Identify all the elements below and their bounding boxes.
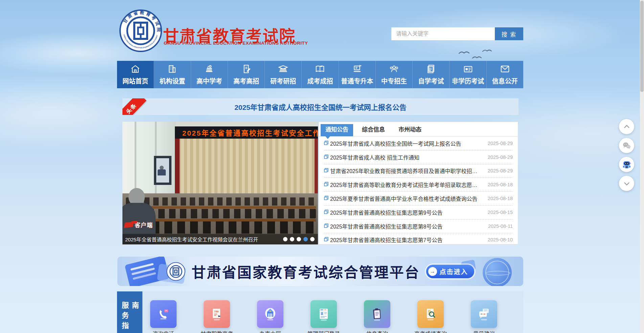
news-item[interactable]: 2025年甘肃省普通高校招生征集志愿第9号公告 2025-08-15 [324, 206, 513, 219]
carousel-caption: 2025年全省普通高校招生考试安全工作视频会议在兰州召开 [122, 236, 283, 243]
service-card-feedback[interactable] [471, 300, 497, 328]
banner-content: 甘肃省国家教育考试综合管理平台 → 点击进入 [117, 257, 523, 286]
svg-text:750: 750 [214, 310, 219, 313]
news-bullet-icon [324, 168, 330, 174]
nav-item-organization[interactable]: 机构设置 [154, 61, 191, 88]
nav-item-info-disclosure[interactable]: 信息公开 [487, 61, 523, 88]
document-pen-icon [241, 64, 251, 74]
nav-item-highschool-exam[interactable]: 高中学考 [191, 61, 228, 88]
page: 甘肃省教育考试院 GANSU PROVINCIAL EDUCATION EXAM… [0, 0, 644, 333]
photo-video-screen [154, 156, 171, 185]
carousel-dot[interactable] [303, 237, 308, 241]
arrow-icon: → [428, 267, 437, 276]
news-item[interactable]: 2025年甘肃省普通高校招生征集志愿第7号公告 2025-08-10 [324, 233, 513, 247]
nav-label: 高考高招 [233, 76, 259, 85]
news-item[interactable]: 2025年甘肃省成人高校招生全国统一考试网上报名公告 2025-08-29 [324, 137, 513, 150]
search-bar: 搜 索 [391, 27, 523, 40]
nav-item-upgrade-exam[interactable]: 普通专升本 [339, 61, 376, 88]
service-label: 高考成绩查询 [405, 329, 456, 333]
carousel-dot[interactable] [290, 237, 294, 241]
service-label: 意见建议 [459, 329, 509, 333]
nav-item-graduate-exam[interactable]: 研考研招 [265, 61, 302, 88]
service-label: 信息查询 [352, 329, 402, 333]
news-title: 2025年甘肃省成人高校招生全国统一考试网上报名公告 [330, 139, 485, 147]
service-card-info-query[interactable] [364, 300, 390, 328]
laptop-icon [352, 64, 362, 74]
book-cap-icon [315, 64, 325, 74]
news-bullet-icon [324, 182, 330, 188]
scrollbar-thumb[interactable] [640, 1, 644, 92]
news-item[interactable]: 2025年甘肃省成人高校 招生工作通知 2025-08-29 [324, 150, 513, 164]
nav-item-non-degree-exam[interactable]: 非学历考试 [450, 61, 486, 88]
news-date: 2025-08-29 [485, 141, 513, 146]
tab-city-news[interactable]: 市州动态 [394, 124, 426, 136]
scroll-down-button[interactable] [619, 176, 634, 191]
site-subtitle: GANSU PROVINCIAL EDUCATION EXAMINATIONS … [164, 41, 308, 46]
nav-item-adult-exam[interactable]: 成考成招 [302, 61, 339, 88]
nav-item-home[interactable]: 网站首页 [117, 61, 154, 88]
home-icon [130, 64, 140, 74]
app-watermark: 客户端 [124, 220, 153, 229]
service-card-phone[interactable] [150, 300, 177, 328]
search-input[interactable] [391, 27, 495, 40]
service-card-score-query[interactable] [417, 300, 444, 328]
tab-general-info[interactable]: 综合信息 [357, 124, 390, 136]
scrollbar-track[interactable] [640, 0, 644, 333]
news-date: 2025-08-18 [485, 182, 513, 187]
carousel-dot[interactable] [297, 237, 301, 241]
search-button[interactable]: 搜 索 [495, 27, 523, 40]
nav-label: 机构设置 [159, 76, 185, 85]
nav-label: 中专招生 [381, 76, 407, 85]
nav-label: 信息公开 [492, 76, 518, 85]
nav-label: 成考成招 [307, 76, 333, 85]
clipboard-icon [370, 307, 385, 322]
news-bullet-icon [324, 195, 330, 201]
service-card-admin-login[interactable] [310, 300, 337, 328]
wechat-button[interactable] [619, 138, 634, 153]
ai-assistant-button[interactable] [619, 157, 634, 172]
news-item[interactable]: 2025年夏季甘肃省普通高中学业水平合格性考试成绩查询公告 2025-08-18 [324, 192, 513, 206]
news-item[interactable]: 2025年甘肃省普通高校招生征集志愿第8号公告 2025-08-11 [324, 219, 513, 233]
watermark-red-logo [124, 221, 134, 228]
service-label: 办事大厅 [245, 329, 296, 333]
news-bullet-icon [324, 237, 330, 243]
chevron-up-icon [623, 123, 631, 131]
headline-title-link[interactable]: 2025年甘肃省成人高校招生全国统一考试网上报名公告 [122, 98, 519, 115]
news-title: 2025年夏季甘肃省普通高中学业水平合格性考试成绩查询公告 [330, 194, 485, 203]
nav-label: 普通专升本 [341, 76, 373, 85]
news-carousel[interactable]: 2025年全省普通高校招生考试安全工作视频会 客户端 2025年全省普通高校招生… [122, 122, 318, 244]
platform-banner[interactable]: 甘肃省国家教育考试综合管理平台 → 点击进入 [117, 257, 523, 286]
carousel-dot[interactable] [283, 237, 288, 241]
news-title: 2025年甘肃省普通高校招生征集志愿第8号公告 [330, 222, 485, 230]
photo-desk [126, 206, 316, 209]
nav-item-college-exam[interactable]: 高考高招 [228, 61, 265, 88]
services-section: 服务指南 咨询电话 750 甘肃职教高考 [117, 291, 523, 333]
news-bullet-icon [324, 154, 330, 160]
banner-enter-button[interactable]: → 点击进入 [426, 265, 474, 278]
news-date: 2025-08-11 [485, 223, 513, 229]
service-card-vocational-exam[interactable]: 750 [204, 300, 230, 328]
news-tabs: 通知公告 综合信息 市州动态 [319, 122, 518, 137]
birds-decoration [457, 47, 495, 63]
documents-icon [426, 64, 436, 74]
hall-building-icon [263, 307, 278, 322]
robot-icon [622, 160, 632, 170]
news-item[interactable]: 2025年甘肃省高等职业教育分类考试招生单考单招录取志愿填报即将开始 2025-… [324, 178, 513, 192]
news-title: 2025年甘肃省成人高校 招生工作通知 [330, 153, 485, 161]
news-item[interactable]: 甘肃省2025年职业教育衔接贯通培养项目及普通中职学校招生录取信息查询 2025… [324, 164, 513, 178]
nav-item-secondary-school[interactable]: 中专招生 [376, 61, 413, 88]
nav-label: 自学考试 [418, 76, 444, 85]
news-date: 2025-08-29 [485, 168, 513, 173]
news-title: 2025年甘肃省高等职业教育分类考试招生单考单招录取志愿填报即将开始 [330, 181, 485, 189]
nav-item-self-study-exam[interactable]: 自学考试 [413, 61, 450, 88]
graduation-cap-icon [278, 64, 288, 74]
carousel-dot[interactable] [310, 237, 315, 241]
news-list: 2025年甘肃省成人高校招生全国统一考试网上报名公告 2025-08-29 20… [319, 137, 518, 246]
service-label: 甘肃职教高考 [191, 329, 242, 333]
tab-notices[interactable]: 通知公告 [321, 124, 353, 136]
scroll-up-button[interactable] [619, 119, 634, 134]
chat-bubbles-icon [477, 307, 491, 322]
service-card-service-hall[interactable] [257, 300, 283, 328]
carousel-caption-bar: 2025年全省普通高校招生考试安全工作视频会议在兰州召开 [122, 234, 318, 244]
photo-audience-row [126, 197, 316, 206]
